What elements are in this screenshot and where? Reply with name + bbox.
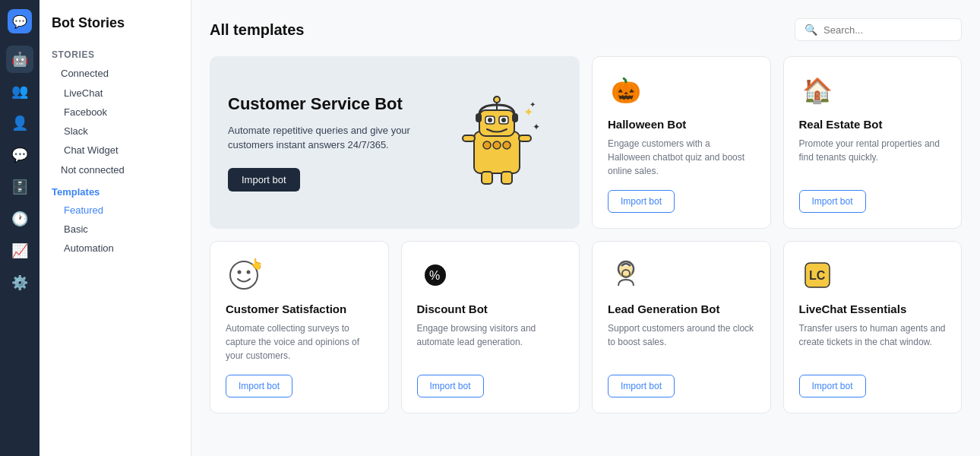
discount-icon: %	[417, 257, 454, 293]
satisfaction-desc: Automate collecting surveys to capture t…	[226, 321, 373, 363]
nav-teams[interactable]: 👥	[6, 78, 33, 105]
svg-text:✦: ✦	[533, 122, 540, 132]
svg-rect-13	[463, 135, 475, 141]
realestate-name: Real Estate Bot	[799, 118, 947, 131]
livechat-desc: Transfer users to human agents and creat…	[799, 321, 947, 363]
featured-illustration: ✦ ✦ ✦	[440, 90, 561, 196]
nav-settings[interactable]: ⚙️	[6, 269, 33, 296]
halloween-name: Halloween Bot	[608, 118, 755, 131]
svg-rect-8	[476, 113, 482, 122]
template-card-realestate: 🏠 Real Estate Bot Promote your rental pr…	[783, 56, 963, 229]
sidebar-item-not-connected[interactable]: Not connected	[40, 160, 191, 180]
halloween-import-button[interactable]: Import bot	[608, 190, 675, 213]
sidebar-item-facebook[interactable]: Facebook	[40, 103, 191, 122]
svg-rect-0	[474, 131, 520, 173]
livechat-import-button[interactable]: Import bot	[799, 375, 866, 397]
sidebar-title: Bot Stories	[40, 15, 191, 43]
search-icon: 🔍	[805, 24, 817, 36]
satisfaction-name: Customer Satisfaction	[226, 302, 373, 315]
satisfaction-icon: 👆	[226, 257, 262, 293]
featured-card-content: Customer Service Bot Automate repetitive…	[228, 93, 440, 192]
template-card-halloween: 🎃 Halloween Bot Engage customers with a …	[592, 56, 771, 229]
nav-contacts[interactable]: 👤	[6, 109, 33, 137]
nav-analytics[interactable]: 📈	[6, 237, 33, 264]
discount-desc: Engage browsing visitors and automate le…	[417, 321, 564, 363]
featured-card-title: Customer Service Bot	[228, 93, 440, 116]
realestate-import-button[interactable]: Import bot	[799, 190, 866, 213]
discount-import-button[interactable]: Import bot	[417, 375, 484, 397]
sidebar-item-featured[interactable]: Featured	[40, 201, 191, 220]
svg-text:👆: 👆	[250, 258, 261, 271]
svg-text:LC: LC	[809, 269, 826, 282]
featured-template-card: Customer Service Bot Automate repetitive…	[210, 56, 580, 229]
svg-point-12	[503, 141, 511, 149]
page-title: All templates	[210, 21, 304, 39]
svg-rect-15	[482, 172, 492, 184]
svg-rect-14	[519, 135, 531, 141]
nav-bots[interactable]: 🤖	[6, 46, 33, 73]
app-logo[interactable]: 💬	[8, 9, 32, 33]
svg-rect-16	[501, 172, 512, 184]
featured-card-description: Automate repetitive queries and give you…	[228, 123, 440, 153]
realestate-desc: Promote your rental properties and find …	[799, 137, 947, 178]
robot-illustration: ✦ ✦ ✦	[447, 93, 554, 192]
sidebar-templates-label[interactable]: Templates	[40, 180, 191, 201]
satisfaction-import-button[interactable]: Import bot	[226, 375, 292, 397]
nav-chat[interactable]: 💬	[6, 141, 33, 169]
leadgen-desc: Support customers around the clock to bo…	[608, 321, 755, 363]
main-header: All templates 🔍	[210, 18, 962, 41]
template-card-discount: % Discount Bot Engage browsing visitors …	[401, 241, 580, 413]
leadgen-import-button[interactable]: Import bot	[608, 375, 675, 397]
search-box[interactable]: 🔍	[795, 18, 962, 41]
svg-point-22	[247, 271, 251, 274]
sidebar-item-connected[interactable]: Connected	[40, 63, 191, 84]
nav-history[interactable]: 🕐	[6, 205, 33, 233]
svg-point-3	[494, 97, 500, 103]
sidebar-item-livechat[interactable]: LiveChat	[40, 84, 191, 103]
icon-bar: 💬 🤖 👥 👤 💬 🗄️ 🕐 📈 ⚙️	[0, 0, 40, 456]
featured-import-button[interactable]: Import bot	[228, 168, 300, 192]
sidebar-item-automation[interactable]: Automation	[40, 239, 191, 258]
leadgen-icon	[608, 257, 644, 293]
sidebar-item-slack[interactable]: Slack	[40, 122, 191, 141]
search-input[interactable]	[824, 24, 952, 36]
halloween-icon: 🎃	[608, 72, 644, 109]
nav-data[interactable]: 🗄️	[6, 173, 33, 201]
svg-point-7	[501, 118, 506, 122]
stories-label: Stories	[40, 43, 191, 63]
svg-rect-9	[512, 113, 518, 122]
sidebar-item-chat-widget[interactable]: Chat Widget	[40, 141, 191, 160]
main-content: All templates 🔍 Customer Service Bot Aut…	[191, 0, 980, 456]
discount-name: Discount Bot	[417, 302, 564, 315]
template-card-leadgen: Lead Generation Bot Support customers ar…	[592, 241, 771, 413]
templates-grid: Customer Service Bot Automate repetitive…	[210, 56, 962, 413]
svg-point-6	[488, 118, 492, 122]
sidebar-item-basic[interactable]: Basic	[40, 220, 191, 239]
template-card-satisfaction: 👆 Customer Satisfaction Automate collect…	[210, 241, 389, 413]
livechat-icon: LC	[799, 257, 836, 293]
realestate-icon: 🏠	[799, 72, 836, 109]
sidebar: Bot Stories Stories Connected LiveChat F…	[40, 0, 191, 456]
leadgen-name: Lead Generation Bot	[608, 302, 755, 315]
template-card-livechat: LC LiveChat Essentials Transfer users to…	[783, 241, 963, 413]
svg-text:%: %	[429, 269, 440, 282]
halloween-desc: Engage customers with a Halloween chatbo…	[608, 137, 755, 178]
svg-point-10	[483, 141, 491, 149]
svg-point-21	[238, 271, 242, 274]
svg-point-11	[493, 141, 501, 149]
livechat-name: LiveChat Essentials	[799, 302, 947, 315]
svg-text:✦: ✦	[530, 100, 536, 109]
